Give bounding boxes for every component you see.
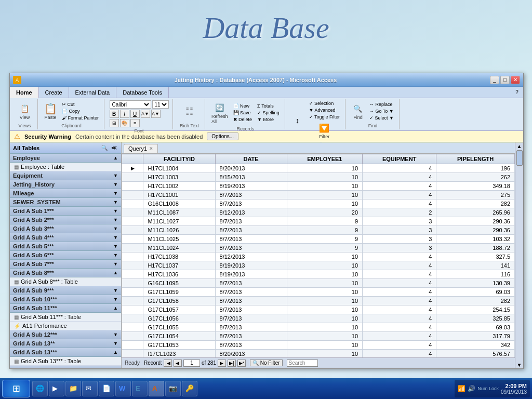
taskbar-media[interactable]: ▶ [49, 381, 64, 396]
first-record-button[interactable]: |◀ [164, 360, 172, 367]
clock[interactable]: 2:09 PM 09/19/2013 [501, 383, 527, 395]
taskbar-key[interactable]: 🔑 [182, 381, 197, 396]
new-record-button[interactable]: ▶* [237, 360, 246, 367]
save-button[interactable]: 💾 Save [231, 110, 255, 116]
gridlines-button[interactable]: ⊞ [110, 119, 119, 127]
nav-section-grid-a-sub10[interactable]: Grid A Sub 10*** ▼ [10, 295, 121, 304]
nav-section-grid-a-sub1[interactable]: Grid A Sub 1*** ▼ [10, 207, 121, 216]
tab-create[interactable]: Create [39, 87, 69, 98]
nav-section-grid-a-sub12[interactable]: Grid A Sub 12*** ▼ [10, 330, 121, 339]
table-row[interactable]: M11CL10878/12/2013202265.96 [122, 208, 515, 217]
table-row[interactable]: I17CL10238/20/2013104576.57 [122, 350, 515, 358]
table-row[interactable]: H17CL10028/19/2013104349.18 [122, 182, 515, 191]
table-row[interactable]: G16CL10958/7/2013104130.39 [122, 279, 515, 288]
tab-database-tools[interactable]: Database Tools [116, 87, 169, 98]
table-row[interactable]: H17CL10388/12/2013104327.5 [122, 252, 515, 261]
selection-button[interactable]: ✓ Selection [307, 100, 342, 107]
nav-section-grid-a-sub6[interactable]: Grid A Sub 6*** ▼ [10, 251, 121, 260]
query1-tab[interactable]: Query1 ✕ [124, 144, 158, 153]
table-row[interactable]: G17CL10588/7/2013104282 [122, 297, 515, 305]
minimize-button[interactable]: _ [490, 76, 499, 84]
table-row[interactable]: G17CL10598/7/201310469.03 [122, 288, 515, 297]
table-row[interactable]: G17CL10558/7/201310469.03 [122, 323, 515, 332]
font-size-select[interactable]: 11 [152, 100, 169, 109]
delete-button[interactable]: ✖ Delete [231, 116, 255, 123]
record-number-input[interactable] [183, 360, 200, 367]
table-row[interactable]: H17CL10378/19/2013104141 [122, 261, 515, 270]
nav-section-grid-a-sub4[interactable]: Grid A Sub 4*** ▼ [10, 233, 121, 242]
nav-section-grid-a-sub5[interactable]: Grid A Sub 5*** ▼ [10, 242, 121, 251]
table-row[interactable]: H17CL10018/7/2013104275 [122, 191, 515, 200]
find-button[interactable]: 🔍 Find [350, 101, 366, 121]
goto-button[interactable]: → Go To ▼ [367, 108, 396, 114]
nav-item-grid-a-sub13-table[interactable]: ▦ Grid A Sub 13*** : Table [10, 357, 121, 366]
table-row[interactable]: G17CL10568/7/2013104325.85 [122, 314, 515, 323]
align-left-button[interactable]: ≡ ≡ [186, 106, 193, 111]
scroll-up-button[interactable]: ▲ [517, 143, 522, 149]
scroll-thumb[interactable] [516, 150, 523, 166]
alt-row-button[interactable]: ≡ [130, 119, 140, 127]
color-button[interactable]: A▼ [151, 110, 161, 118]
scroll-track[interactable] [516, 150, 523, 361]
format-painter-button[interactable]: 🖌 Format Painter [60, 115, 101, 121]
table-row[interactable]: M11CL10278/7/201393290.36 [122, 217, 515, 226]
taskbar-files[interactable]: 📁 [65, 381, 81, 396]
table-row[interactable]: M11CL10248/7/201393188.72 [122, 244, 515, 252]
table-row[interactable]: H17CL10368/19/2013104116 [122, 270, 515, 279]
table-row[interactable]: M11CL10258/7/201393103.32 [122, 235, 515, 244]
table-row[interactable]: M11CL10268/7/201393290.36 [122, 226, 515, 235]
nav-search-icon[interactable]: 🔍 [100, 144, 109, 152]
taskbar-excel[interactable]: E [132, 381, 148, 396]
bold-button[interactable]: B [110, 110, 119, 118]
filter-button[interactable]: 🔽 Filter [307, 121, 342, 140]
nav-section-grid-a-sub2[interactable]: Grid A Sub 2*** ▼ [10, 216, 121, 224]
italic-button[interactable]: I [120, 110, 129, 118]
nav-section-grid-a-sub13[interactable]: Grid A Sub 13*** ▲ [10, 348, 121, 357]
table-row[interactable]: H17CL10038/15/2013104262 [122, 173, 515, 182]
table-row[interactable]: G17CL10548/7/2013104317.79 [122, 332, 515, 341]
nav-section-grid-a-sub8[interactable]: Grid A Sub 8*** ▲ [10, 269, 121, 277]
nav-item-employee-table[interactable]: ▦ Employee : Table [10, 163, 121, 171]
underline-button[interactable]: U [130, 110, 140, 118]
taskbar-access[interactable]: A [149, 381, 164, 396]
nav-section-grid-a-sub9[interactable]: Grid A Sub 9*** ▼ [10, 286, 121, 295]
new-button[interactable]: 📄 New [231, 103, 255, 109]
spelling-button[interactable]: ✓ Spelling [255, 110, 282, 116]
nav-item-grid-a-sub8-table[interactable]: ▦ Grid A Sub 8*** : Table [10, 277, 121, 286]
taskbar-pdf[interactable]: 📄 [99, 381, 114, 396]
paste-button[interactable]: 📋 Paste [42, 101, 59, 121]
next-record-button[interactable]: ▶ [218, 360, 226, 367]
totals-button[interactable]: Σ Totals [255, 103, 282, 109]
table-row[interactable]: ▶H17CL10048/20/2013104196 [122, 164, 515, 173]
nav-section-grid-a-sub3[interactable]: Grid A Sub 3*** ▼ [10, 224, 121, 233]
font-family-select[interactable]: Calibri [110, 100, 151, 109]
col-employee1[interactable]: EMPLOYEE1 [287, 154, 362, 164]
view-button[interactable]: 📋 View [17, 101, 33, 121]
nav-item-a11-performance[interactable]: ⚡ A11 Performance [10, 322, 121, 330]
col-facilityid[interactable]: FACILITYID [143, 154, 215, 164]
options-button[interactable]: Options... [207, 132, 238, 140]
taskbar-mail[interactable]: ✉ [82, 381, 98, 396]
scrollbar[interactable]: ▲ ▼ [515, 142, 523, 368]
toggle-filter-button[interactable]: ✓ Toggle Filter [307, 114, 342, 120]
col-equipment[interactable]: EQUIPMENT [363, 154, 436, 164]
ribbon-help-button[interactable]: ? [513, 88, 521, 97]
col-pipelength[interactable]: PIPELENGTH [436, 154, 515, 164]
table-row[interactable]: G17CL10538/7/2013104342 [122, 341, 515, 350]
nav-section-mileage[interactable]: Mileage ▼ [10, 189, 121, 198]
table-row[interactable]: G16CL10088/7/2013104282 [122, 200, 515, 208]
nav-section-sewer[interactable]: SEWER_SYSTEM ▼ [10, 198, 121, 207]
close-button[interactable]: ✕ [511, 76, 520, 84]
highlight-button[interactable]: A▼ [141, 110, 150, 118]
bg-color-button[interactable]: 🎨 [120, 119, 129, 127]
sort-button[interactable]: ↕ [289, 113, 306, 128]
refresh-button[interactable]: 🔄 RefreshAll [209, 100, 230, 125]
table-row[interactable]: G17CL10578/7/2013104254.15 [122, 305, 515, 314]
nav-section-grid-a-sub7[interactable]: Grid A Sub 7*** ▼ [10, 260, 121, 269]
nav-section-grid-a-sub14[interactable]: Grid A Sub 14*** (Holt) ▼ [10, 366, 121, 368]
tab-close-button[interactable]: ✕ [149, 146, 153, 151]
maximize-button[interactable]: □ [500, 76, 510, 84]
nav-section-grid-a-sub13s[interactable]: Grid A Sub 13** ▼ [10, 339, 121, 348]
tab-home[interactable]: Home [10, 87, 39, 98]
nav-section-grid-a-sub11[interactable]: Grid A Sub 11*** ▲ [10, 304, 121, 313]
